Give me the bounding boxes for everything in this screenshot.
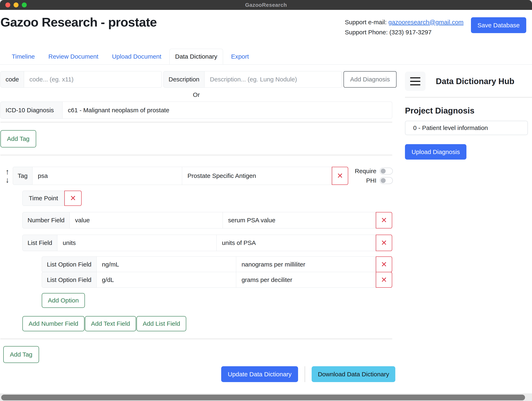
tab-timeline[interactable]: Timeline (6, 49, 40, 64)
delete-list-option-button[interactable]: ✕ (376, 256, 392, 272)
add-text-field-button[interactable]: Add Text Field (85, 316, 136, 331)
number-field-label: Number Field (22, 212, 70, 229)
icd10-label: ICD-10 Diagnosis (0, 102, 63, 119)
add-option-button[interactable]: Add Option (42, 293, 85, 308)
tab-bar: Timeline Review Document Upload Document… (0, 49, 532, 64)
add-tag-button-top[interactable]: Add Tag (0, 130, 36, 147)
delete-list-field-button[interactable]: ✕ (376, 235, 392, 251)
move-tag-up-icon[interactable]: ↑ (5, 168, 9, 176)
window-title: GazooResearch (0, 2, 532, 8)
move-tag-down-icon[interactable]: ↓ (5, 176, 9, 184)
titlebar: GazooResearch (0, 0, 532, 10)
number-field-description-input[interactable] (223, 212, 376, 229)
add-list-field-button[interactable]: Add List Field (137, 316, 186, 331)
horizontal-scrollbar[interactable] (0, 394, 532, 401)
data-dictionary-hub-sidebar: Data Dictionary Hub Project Diagnosis 0 … (395, 64, 532, 382)
number-field-name-input[interactable] (70, 212, 223, 229)
add-tag-button-bottom[interactable]: Add Tag (3, 346, 39, 363)
list-field-description-input[interactable] (217, 235, 376, 251)
scrollbar-thumb[interactable] (1, 395, 525, 400)
close-icon: ✕ (337, 172, 343, 180)
list-field-row: List Field ✕ (22, 235, 392, 251)
save-database-button[interactable]: Save Database (471, 17, 526, 33)
data-dictionary-panel: code Description Add Diagnosis Or ICD-10… (0, 64, 395, 382)
description-input[interactable] (204, 71, 342, 88)
add-number-field-button[interactable]: Add Number Field (22, 316, 84, 331)
code-input[interactable] (24, 71, 162, 88)
tab-data-dictionary[interactable]: Data Dictionary (169, 49, 223, 64)
toggle-knob (381, 178, 386, 183)
close-icon: ✕ (381, 216, 387, 225)
support-email-link[interactable]: gazooresearch@gmail.com (388, 19, 463, 25)
add-diagnosis-button[interactable]: Add Diagnosis (343, 71, 397, 88)
support-email-line: Support e-mail: gazooresearch@gmail.com (345, 17, 463, 27)
list-option-description-input[interactable] (236, 256, 376, 272)
support-info: Support e-mail: gazooresearch@gmail.com … (345, 15, 463, 37)
list-option-field-label: List Option Field (42, 272, 97, 288)
list-option-name-input[interactable] (97, 256, 236, 272)
app-window: GazooResearch Gazoo Research - prostate … (0, 0, 532, 401)
tab-export[interactable]: Export (226, 49, 254, 64)
list-option-row: List Option Field ✕ (42, 272, 392, 288)
tag-toggles: Require PHI (350, 168, 395, 184)
close-icon: ✕ (381, 276, 387, 284)
sidebar-title: Data Dictionary Hub (436, 77, 514, 86)
icd10-input[interactable] (63, 102, 392, 119)
header: Gazoo Research - prostate Support e-mail… (0, 15, 532, 37)
list-option-field-label: List Option Field (42, 256, 97, 272)
menu-button[interactable] (405, 71, 425, 91)
new-diagnosis-row: code Description Add Diagnosis (0, 71, 395, 88)
close-icon: ✕ (381, 260, 387, 269)
list-field-name-input[interactable] (57, 235, 216, 251)
project-diagnosis-value: 0 - Patient level information (405, 121, 528, 135)
add-field-buttons: Add Number Field Add Text Field Add List… (22, 316, 395, 331)
tab-upload-document[interactable]: Upload Document (107, 49, 167, 64)
support-phone-line: Support Phone: (323) 917-3297 (345, 27, 463, 38)
list-option-row: List Option Field ✕ (42, 256, 392, 272)
phi-toggle[interactable] (380, 177, 393, 184)
require-label: Require (355, 168, 376, 175)
tag-row: ↑ ↓ Tag ✕ Require PHI (0, 167, 395, 185)
support-email-label: Support e-mail: (345, 19, 388, 25)
tab-review-document[interactable]: Review Document (43, 49, 104, 64)
page-title: Gazoo Research - prostate (0, 15, 157, 29)
sidebar-divider (405, 97, 532, 97)
list-option-description-input[interactable] (236, 272, 376, 288)
time-point-label: Time Point (22, 191, 64, 206)
sidebar-header: Data Dictionary Hub (405, 71, 532, 91)
close-icon: ✕ (381, 239, 387, 247)
tag-name-input[interactable] (32, 167, 182, 185)
project-diagnosis-heading: Project Diagnosis (405, 106, 532, 115)
number-field-row: Number Field ✕ (22, 212, 392, 229)
close-icon: ✕ (70, 194, 76, 203)
menu-icon (410, 77, 420, 78)
divider (0, 155, 392, 155)
list-field-label: List Field (22, 235, 57, 251)
require-toggle[interactable] (380, 168, 393, 175)
tag-label: Tag (13, 167, 32, 185)
tag-reorder-controls: ↑ ↓ (0, 168, 13, 184)
delete-time-point-button[interactable]: ✕ (64, 191, 82, 206)
tag-description-input[interactable] (182, 167, 332, 185)
icd10-diagnosis-row: ICD-10 Diagnosis (0, 102, 392, 119)
description-label: Description (163, 71, 204, 88)
dictionary-actions: Update Data Dictionary Download Data Dic… (0, 366, 395, 382)
delete-list-option-button[interactable]: ✕ (376, 272, 392, 288)
phi-label: PHI (366, 177, 376, 184)
toggle-knob (381, 169, 386, 174)
divider (0, 339, 392, 339)
time-point-chip: Time Point ✕ (22, 191, 82, 206)
code-label: code (0, 71, 24, 88)
delete-number-field-button[interactable]: ✕ (376, 212, 392, 229)
update-data-dictionary-button[interactable]: Update Data Dictionary (221, 366, 298, 382)
button-divider (305, 366, 305, 382)
divider (0, 122, 392, 122)
or-separator: Or (0, 91, 392, 98)
delete-tag-button[interactable]: ✕ (332, 167, 348, 185)
list-option-name-input[interactable] (97, 272, 236, 288)
upload-diagnosis-button[interactable]: Upload Diagnosis (405, 144, 466, 159)
download-data-dictionary-button[interactable]: Download Data Dictionary (312, 366, 395, 382)
